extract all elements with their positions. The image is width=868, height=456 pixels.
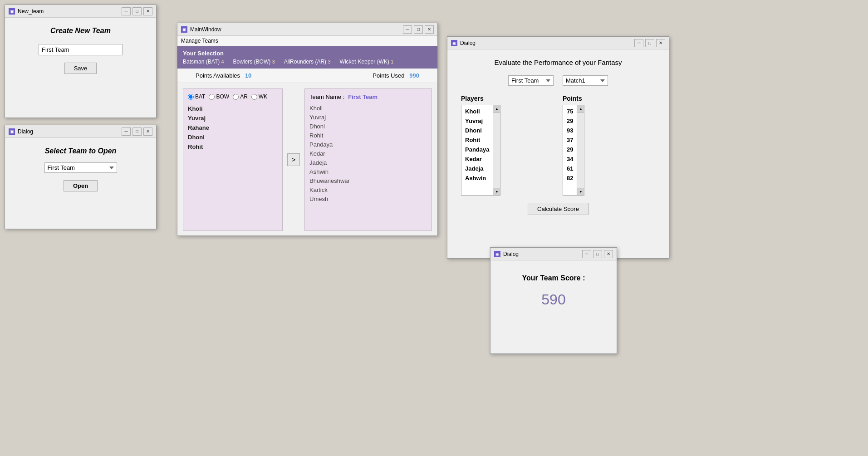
new-team-window-icon: ▣ — [9, 8, 15, 15]
player-rahane[interactable]: Rahane — [188, 124, 278, 131]
eval-player-jadeja: Jadeja — [463, 164, 491, 173]
score-window-title: Dialog — [503, 251, 519, 257]
player-dhoni[interactable]: Dhoni — [188, 134, 278, 141]
player-kholi[interactable]: Kholi — [188, 105, 278, 112]
score-minimize-button[interactable]: ─ — [582, 250, 591, 258]
radio-wk-label[interactable]: WK — [251, 93, 267, 100]
points-scroll-up[interactable]: ▲ — [577, 105, 584, 113]
evaluate-match-dropdown[interactable]: Match1 — [563, 75, 608, 86]
eval-player-rohit: Rohit — [463, 136, 491, 144]
open-button[interactable]: Open — [64, 180, 98, 191]
evaluate-close-button[interactable]: ✕ — [656, 39, 665, 47]
manage-teams-menu[interactable]: Manage Teams — [181, 38, 218, 44]
radio-bow[interactable] — [209, 94, 215, 100]
select-team-window-icon: ▣ — [9, 128, 15, 135]
select-team-dialog: ▣ Dialog ─ □ ✕ Select Team to Open First… — [5, 125, 157, 229]
select-team-heading: Select Team to Open — [45, 147, 117, 155]
main-window-titlebar: ▣ MainWindow ─ □ ✕ — [177, 23, 437, 36]
main-window-maximize-button[interactable]: □ — [414, 25, 423, 34]
selection-bar: Your Selection Batsman (BAT) 4 Bowlers (… — [177, 46, 437, 69]
main-window-title: MainWindow — [190, 26, 221, 33]
eval-point-jadeja: 61 — [565, 164, 575, 173]
new-team-close-button[interactable]: ✕ — [143, 7, 152, 15]
main-menu-bar: Manage Teams — [177, 36, 437, 46]
main-window-close-button[interactable]: ✕ — [425, 25, 434, 34]
radio-bat-label[interactable]: BAT — [188, 93, 205, 100]
selection-bar-title: Your Selection — [183, 50, 432, 57]
team-panel: Team Name : First Team Kholi Yuvraj Dhon… — [304, 88, 432, 231]
radio-ar-label[interactable]: AR — [233, 93, 248, 100]
points-used-value: 990 — [409, 72, 419, 79]
points-column-header: Points — [563, 95, 655, 102]
team-name-label-text: Team Name : — [309, 93, 344, 100]
team-player-dhoni: Dhoni — [309, 123, 427, 130]
player-rohit[interactable]: Rohit — [188, 143, 278, 150]
players-scroll-up[interactable]: ▲ — [493, 105, 500, 113]
new-team-window: ▣ New_team ─ □ ✕ Create New Team Save — [5, 5, 157, 118]
evaluate-titlebar: ▣ Dialog ─ □ ✕ — [447, 37, 669, 49]
create-team-heading: Create New Team — [50, 27, 111, 35]
main-window-icon: ▣ — [181, 26, 187, 33]
select-team-dropdown[interactable]: First Team — [44, 162, 117, 173]
evaluate-heading: Evaluate the Performance of your Fantasy — [461, 59, 655, 66]
team-name-input[interactable] — [39, 44, 123, 55]
points-available-label: Points Availables — [196, 72, 240, 79]
evaluate-minimize-button[interactable]: ─ — [634, 39, 643, 47]
new-team-minimize-button[interactable]: ─ — [122, 7, 131, 15]
score-close-button[interactable]: ✕ — [604, 250, 613, 258]
select-team-close-button[interactable]: ✕ — [143, 127, 152, 136]
team-player-kartick: Kartick — [309, 186, 427, 193]
radio-wk[interactable] — [251, 94, 257, 100]
wicketkeeper-category: Wicket-Keeper (WK) 1 — [340, 59, 394, 65]
main-window: ▣ MainWindow ─ □ ✕ Manage Teams Your Sel… — [177, 23, 438, 236]
eval-point-dhoni: 93 — [565, 126, 575, 135]
team-player-jadeja: Jadeja — [309, 159, 427, 166]
save-button[interactable]: Save — [64, 63, 97, 74]
score-maximize-button[interactable]: □ — [593, 250, 602, 258]
points-row: Points Availables 10 Points Used 990 — [177, 69, 437, 83]
eval-point-rohit: 37 — [565, 136, 575, 144]
evaluate-maximize-button[interactable]: □ — [645, 39, 654, 47]
team-name-row: Team Name : First Team — [309, 93, 427, 100]
team-player-umesh: Umesh — [309, 196, 427, 202]
filter-radio-group: BAT BOW AR WK — [188, 93, 278, 100]
radio-bow-label[interactable]: BOW — [209, 93, 229, 100]
players-list[interactable]: Kholi Yuvraj Dhoni Rohit Pandaya Kedar J… — [461, 105, 493, 196]
eval-player-kholi: Kholi — [463, 107, 491, 116]
eval-point-pandaya: 29 — [565, 145, 575, 154]
players-column-header: Players — [461, 95, 554, 102]
points-scroll-down[interactable]: ▼ — [577, 188, 584, 195]
points-used-label: Points Used — [373, 72, 404, 79]
eval-player-yuvraj: Yuvraj — [463, 117, 491, 125]
score-value: 590 — [500, 291, 608, 308]
eval-point-kholi: 75 — [565, 107, 575, 116]
new-team-titlebar: ▣ New_team ─ □ ✕ — [5, 5, 156, 18]
evaluate-team-dropdown[interactable]: First Team — [508, 75, 554, 86]
team-player-kholi: Kholi — [309, 105, 427, 112]
points-list[interactable]: 75 29 93 37 29 34 61 82 — [563, 105, 577, 196]
select-team-title: Dialog — [18, 128, 33, 135]
main-window-minimize-button[interactable]: ─ — [403, 25, 412, 34]
transfer-button[interactable]: > — [287, 153, 300, 166]
players-scroll-down[interactable]: ▼ — [493, 188, 500, 195]
main-content: BAT BOW AR WK Kholi Yuvraj Rahane Dhoni … — [177, 83, 437, 236]
evaluate-dialog: ▣ Dialog ─ □ ✕ Evaluate the Performance … — [447, 36, 669, 259]
eval-player-pandaya: Pandaya — [463, 145, 491, 154]
team-player-pandaya: Pandaya — [309, 141, 427, 148]
team-player-kedar: Kedar — [309, 150, 427, 157]
radio-bat[interactable] — [188, 94, 194, 100]
radio-ar[interactable] — [233, 94, 239, 100]
eval-point-yuvraj: 29 — [565, 117, 575, 125]
select-team-maximize-button[interactable]: □ — [132, 127, 142, 136]
eval-player-ashwin: Ashwin — [463, 174, 491, 182]
points-available-value: 10 — [245, 72, 251, 79]
allrounders-category: AllRounders (AR) 3 — [284, 59, 331, 65]
player-yuvraj[interactable]: Yuvraj — [188, 115, 278, 122]
new-team-maximize-button[interactable]: □ — [132, 7, 142, 15]
calculate-score-button[interactable]: Calculate Score — [528, 203, 588, 215]
team-name-display: First Team — [348, 93, 378, 100]
evaluate-window-title: Dialog — [460, 40, 476, 46]
team-player-bhuwaneshwar: Bhuwaneshwar — [309, 177, 427, 184]
select-team-minimize-button[interactable]: ─ — [122, 127, 131, 136]
new-team-title: New_team — [18, 8, 44, 15]
